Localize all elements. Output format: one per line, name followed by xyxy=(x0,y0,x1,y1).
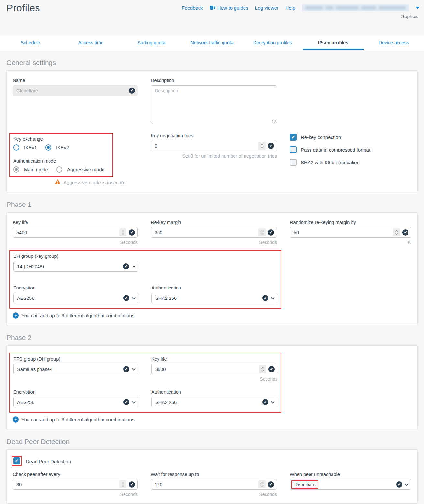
number-stepper[interactable] xyxy=(119,228,126,236)
valid-check-icon: ✔ xyxy=(129,229,135,236)
chevron-down-icon xyxy=(405,482,408,486)
chevron-down-icon xyxy=(271,296,274,299)
number-stepper[interactable] xyxy=(119,480,126,488)
wait-response-input[interactable]: 120 ✔ xyxy=(151,479,277,490)
general-settings-card: Name Cloudflare ✔ Description Key exchan… xyxy=(6,70,418,192)
compressed-format-label: Pass data in compressed format xyxy=(301,147,370,152)
description-field-group: Description xyxy=(151,78,277,125)
key-life-value: 5400 xyxy=(16,230,119,235)
key-life-label: Key life xyxy=(13,220,138,225)
key-life-input[interactable]: 5400 ✔ xyxy=(13,227,138,238)
rekey-margin-label: Re-key margin xyxy=(151,220,277,225)
tab-access-time[interactable]: Access time xyxy=(60,35,121,50)
spacer xyxy=(151,254,277,272)
dpd-enable-checkbox[interactable]: ✔ xyxy=(13,457,20,464)
add-plus-icon[interactable]: + xyxy=(13,312,19,319)
compressed-format-checkbox[interactable] xyxy=(290,146,297,153)
ikev1-label: IKEv1 xyxy=(24,145,37,150)
peer-unreachable-label: When peer unreachable xyxy=(290,472,411,477)
account-dropdown-caret-icon[interactable] xyxy=(416,7,419,9)
general-settings-heading: General settings xyxy=(6,59,418,67)
valid-check-icon: ✔ xyxy=(129,88,135,94)
phase1-authentication-field: Authentication SHA2 256 ✔ xyxy=(151,285,277,303)
check-peer-label: Check peer after every xyxy=(13,472,138,477)
number-stepper[interactable] xyxy=(393,228,400,236)
phase2-key-life-input[interactable]: 3600 ✔ xyxy=(151,364,277,374)
dh-group-label: DH group (key group) xyxy=(13,254,138,259)
help-link[interactable]: Help xyxy=(285,5,295,11)
aggressive-mode-label: Aggressive mode xyxy=(67,167,104,172)
tab-device-access[interactable]: Device access xyxy=(364,35,424,50)
number-stepper[interactable] xyxy=(259,365,266,373)
phase2-key-life-label: Key life xyxy=(151,356,277,362)
encryption-select[interactable]: AES256 ✔ xyxy=(13,293,138,303)
randomize-margin-group: Randomize re-keying margin by 50 ✔ % xyxy=(290,220,411,245)
name-input: Cloudflare ✔ xyxy=(13,85,138,96)
ikev1-radio[interactable] xyxy=(13,144,19,151)
tab-network-traffic-quota[interactable]: Network traffic quota xyxy=(182,35,242,50)
main-mode-radio[interactable] xyxy=(13,166,19,173)
tab-surfing-quota[interactable]: Surfing quota xyxy=(121,35,182,50)
account-name-redacted[interactable] xyxy=(302,4,409,11)
phase1-key-life-group: Key life 5400 ✔ Seconds xyxy=(13,220,138,245)
dh-group-select[interactable]: 14 (DH2048) ✔ xyxy=(13,261,138,272)
name-field-group: Name Cloudflare ✔ xyxy=(13,78,138,125)
rekey-margin-input[interactable]: 360 ✔ xyxy=(151,227,277,238)
tab-decryption-profiles[interactable]: Decryption profiles xyxy=(242,35,303,50)
encryption-select[interactable]: AES256 ✔ xyxy=(13,397,138,407)
general-options-group: ✔ Re-key connection Pass data in compres… xyxy=(290,133,411,185)
how-to-guides-link[interactable]: How-to guides xyxy=(210,5,248,11)
valid-check-icon: ✔ xyxy=(268,481,274,488)
encryption-value: AES256 xyxy=(17,296,123,301)
phase2-key-life-value: 3600 xyxy=(155,367,259,372)
ikev2-radio[interactable] xyxy=(45,144,51,151)
rekey-connection-checkbox[interactable]: ✔ xyxy=(290,134,297,141)
randomize-margin-label: Randomize re-keying margin by xyxy=(290,220,411,225)
add-plus-icon[interactable]: + xyxy=(13,416,19,423)
dpd-enable-option: ✔ Dead Peer Detection xyxy=(13,457,411,466)
peer-unreachable-select[interactable]: Re-initiate ✔ xyxy=(290,479,411,490)
description-textarea[interactable] xyxy=(151,85,277,123)
phase2-key-life-group: Key life 3600 ✔ Seconds xyxy=(151,356,277,382)
sha2-truncation-option: SHA2 with 96-bit truncation xyxy=(290,159,411,166)
sha2-truncation-checkbox[interactable] xyxy=(290,159,297,166)
phase1-encryption-field: Encryption AES256 ✔ xyxy=(13,285,138,303)
check-peer-input[interactable]: 30 ✔ xyxy=(13,479,138,490)
name-value: Cloudflare xyxy=(16,88,129,93)
ikev2-label: IKEv2 xyxy=(56,145,69,150)
randomize-margin-input[interactable]: 50 ✔ xyxy=(290,227,411,238)
valid-check-icon: ✔ xyxy=(268,229,274,236)
tab-ipsec-profiles[interactable]: IPsec profiles xyxy=(303,35,363,50)
log-viewer-link[interactable]: Log viewer xyxy=(255,5,279,11)
feedback-link[interactable]: Feedback xyxy=(182,5,203,11)
randomize-margin-unit: % xyxy=(290,240,411,245)
pfs-group-field: PFS group (DH group) Same as phase-I ✔ xyxy=(13,356,138,382)
authentication-select[interactable]: SHA2 256 ✔ xyxy=(151,293,277,303)
pfs-group-select[interactable]: Same as phase-I ✔ xyxy=(13,364,138,374)
rekey-connection-label: Re-key connection xyxy=(301,134,341,140)
aggressive-mode-radio[interactable] xyxy=(56,166,62,173)
number-stepper[interactable] xyxy=(258,228,266,236)
wait-response-value: 120 xyxy=(155,482,258,487)
encryption-label: Encryption xyxy=(13,285,138,290)
valid-check-icon: ✔ xyxy=(262,295,268,301)
header-links: Feedback How-to guides Log viewer Help xyxy=(182,4,419,11)
brand-label: Sophos xyxy=(401,14,418,19)
chevron-down-icon xyxy=(271,400,274,403)
phase2-heading: Phase 2 xyxy=(6,334,418,341)
key-negotiation-input[interactable]: 0 ✔ xyxy=(151,141,277,151)
warning-triangle-icon xyxy=(55,179,60,185)
reinitiate-annotation-box: Re-initiate xyxy=(291,480,318,489)
resize-handle[interactable] xyxy=(272,120,276,123)
number-stepper[interactable] xyxy=(258,480,266,488)
wait-response-unit: Seconds xyxy=(151,492,277,497)
authentication-select[interactable]: SHA2 256 ✔ xyxy=(151,397,277,407)
rekey-margin-value: 360 xyxy=(155,230,258,235)
randomize-margin-value: 50 xyxy=(294,230,393,235)
check-peer-unit: Seconds xyxy=(13,492,138,497)
redacted-blob xyxy=(379,6,406,10)
phase2-authentication-field: Authentication SHA2 256 ✔ xyxy=(151,389,277,407)
number-stepper[interactable] xyxy=(258,142,266,150)
authentication-label: Authentication xyxy=(151,389,277,394)
tab-schedule[interactable]: Schedule xyxy=(0,35,60,50)
